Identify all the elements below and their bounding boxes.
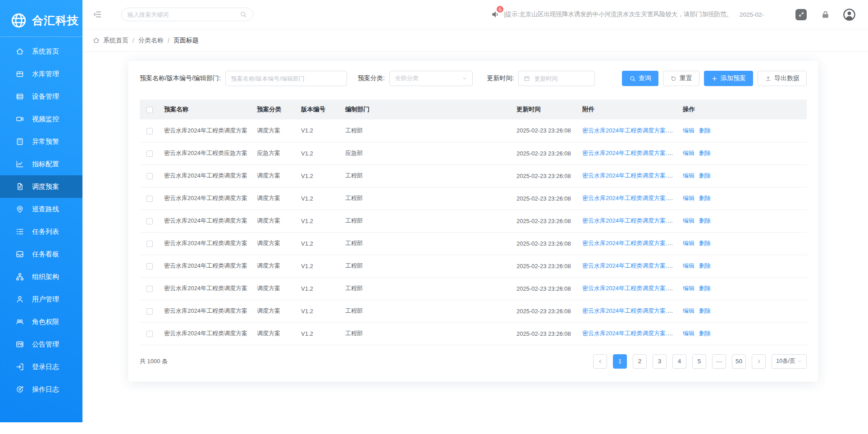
attachment-link[interactable]: 密云水库2024年工程类调度方案.PDF: [582, 217, 678, 224]
row-checkbox[interactable]: [146, 218, 153, 224]
page-button[interactable]: 3: [653, 354, 667, 369]
edit-link[interactable]: 编辑: [683, 262, 694, 269]
delete-link[interactable]: 删除: [699, 262, 711, 269]
cell-version: V1.2: [297, 187, 341, 210]
attachment-link[interactable]: 密云水库2024年工程类调度方案.PDF: [582, 127, 678, 134]
attachment-link[interactable]: 密云水库2024年工程类调度方案.PDF: [582, 172, 678, 179]
notifications[interactable]: 5: [491, 9, 501, 19]
cell-plan-category: 调度方案: [252, 119, 297, 142]
notification-badge: 5: [496, 5, 504, 14]
edit-link[interactable]: 编辑: [683, 150, 694, 156]
fullscreen-button[interactable]: [795, 9, 807, 20]
attachment-link[interactable]: 密云水库2024年工程类调度方案.PDF: [582, 195, 678, 201]
row-checkbox[interactable]: [146, 196, 153, 202]
reset-button[interactable]: 重置: [663, 71, 699, 86]
breadcrumb-item[interactable]: 分类名称: [138, 37, 164, 45]
pagination-next[interactable]: [752, 354, 766, 369]
row-checkbox[interactable]: [146, 241, 153, 247]
cell-attachment: 密云水库2024年工程类调度方案.PDF: [578, 187, 678, 210]
page-size-select[interactable]: 10条/页: [772, 354, 807, 369]
update-time-picker[interactable]: [518, 71, 595, 86]
sidebar-item[interactable]: 设备管理: [0, 85, 82, 108]
sidebar-item[interactable]: 水库管理: [0, 63, 82, 85]
page-button[interactable]: 5: [692, 354, 706, 369]
attachment-link[interactable]: 密云水库2024年工程类调度方案.PDF: [582, 240, 678, 247]
table-row: 密云水库2024年工程类调度方案调度方案V1.2工程部2025-02-23 23…: [140, 210, 807, 232]
page-button[interactable]: 1: [613, 354, 627, 369]
sidebar-item[interactable]: 操作日志: [0, 378, 82, 401]
row-checkbox[interactable]: [146, 173, 153, 179]
cell-actions: 编辑删除: [678, 277, 807, 300]
page-button[interactable]: 4: [672, 354, 686, 369]
cell-department: 工程部: [341, 277, 512, 300]
edit-link[interactable]: 编辑: [683, 217, 694, 224]
sidebar-item[interactable]: 登录日志: [0, 356, 82, 378]
attachment-link[interactable]: 密云水库2024年工程类调度方案.PDF: [582, 307, 678, 314]
sidebar-item[interactable]: 组织架构: [0, 265, 82, 288]
sidebar-item[interactable]: 用户管理: [0, 288, 82, 311]
row-checkbox[interactable]: [146, 263, 153, 270]
cell-actions: 编辑删除: [678, 187, 807, 210]
attachment-link[interactable]: 密云水库2024年工程类调度方案.PDF: [582, 262, 678, 269]
delete-link[interactable]: 删除: [699, 150, 711, 156]
row-checkbox[interactable]: [146, 308, 153, 315]
edit-link[interactable]: 编辑: [683, 172, 694, 179]
collapse-sidebar-icon[interactable]: [92, 9, 102, 19]
edit-link[interactable]: 编辑: [683, 307, 694, 314]
cell-version: V1.2: [297, 255, 341, 277]
cell-plan-category: 调度方案: [252, 210, 297, 232]
page-button[interactable]: 2: [633, 354, 647, 369]
sidebar-item[interactable]: 任务看板: [0, 243, 82, 265]
pagination-prev[interactable]: [593, 354, 607, 369]
search-button[interactable]: 查询: [622, 71, 658, 86]
edit-link[interactable]: 编辑: [683, 127, 694, 134]
delete-link[interactable]: 删除: [699, 195, 711, 201]
global-search-input[interactable]: [128, 11, 236, 18]
breadcrumb-item[interactable]: 系统首页: [103, 37, 128, 45]
delete-link[interactable]: 删除: [699, 127, 711, 134]
category-select[interactable]: 全部分类: [389, 71, 473, 86]
delete-link[interactable]: 删除: [699, 172, 711, 179]
search-button-label: 查询: [639, 74, 651, 82]
sidebar-item[interactable]: 系统首页: [0, 40, 82, 63]
cell-department: 工程部: [341, 187, 512, 210]
export-data-button[interactable]: 导出数据: [758, 71, 807, 86]
edit-link[interactable]: 编辑: [683, 240, 694, 247]
sidebar-item[interactable]: 调度预案: [0, 175, 82, 198]
sidebar-item[interactable]: 角色权限: [0, 311, 82, 333]
sidebar-item[interactable]: 指标配置: [0, 153, 82, 175]
edit-link[interactable]: 编辑: [683, 330, 694, 337]
sidebar-item[interactable]: 异常预警: [0, 130, 82, 153]
delete-link[interactable]: 删除: [699, 217, 711, 224]
pagination-ellipsis[interactable]: ⋯: [712, 354, 726, 369]
row-checkbox[interactable]: [146, 151, 153, 157]
global-search[interactable]: [121, 8, 253, 21]
sidebar-nav: 系统首页水库管理设备管理视频监控异常预警指标配置调度预案巡查路线任务列表任务看板…: [0, 37, 82, 401]
keyword-filter-input[interactable]: [225, 71, 347, 86]
sidebar-item[interactable]: 任务列表: [0, 220, 82, 243]
sidebar-item[interactable]: 巡查路线: [0, 198, 82, 220]
sidebar-item[interactable]: 公告管理: [0, 333, 82, 356]
row-checkbox[interactable]: [146, 286, 153, 292]
attachment-link[interactable]: 密云水库2024年工程类调度方案.PDF: [582, 150, 678, 156]
sidebar-item[interactable]: 视频监控: [0, 108, 82, 130]
sidebar-item-label: 设备管理: [32, 92, 59, 101]
select-all-checkbox[interactable]: [146, 107, 153, 113]
attachment-link[interactable]: 密云水库2024年工程类调度方案.PDF: [582, 330, 678, 337]
sidebar-item-label: 登录日志: [32, 363, 59, 371]
add-plan-button-label: 添加预案: [721, 74, 746, 82]
delete-link[interactable]: 删除: [699, 330, 711, 337]
avatar-icon[interactable]: [842, 8, 856, 22]
lock-icon[interactable]: [821, 10, 830, 19]
row-checkbox[interactable]: [146, 331, 153, 337]
delete-link[interactable]: 删除: [699, 307, 711, 314]
attachment-link[interactable]: 密云水库2024年工程类调度方案.PDF: [582, 285, 678, 292]
edit-link[interactable]: 编辑: [683, 285, 694, 292]
search-icon[interactable]: [240, 11, 247, 18]
delete-link[interactable]: 删除: [699, 240, 711, 247]
page-button[interactable]: 50: [732, 354, 746, 369]
delete-link[interactable]: 删除: [699, 285, 711, 292]
edit-link[interactable]: 编辑: [683, 195, 694, 201]
add-plan-button[interactable]: 添加预案: [704, 71, 753, 86]
row-checkbox[interactable]: [146, 128, 153, 134]
